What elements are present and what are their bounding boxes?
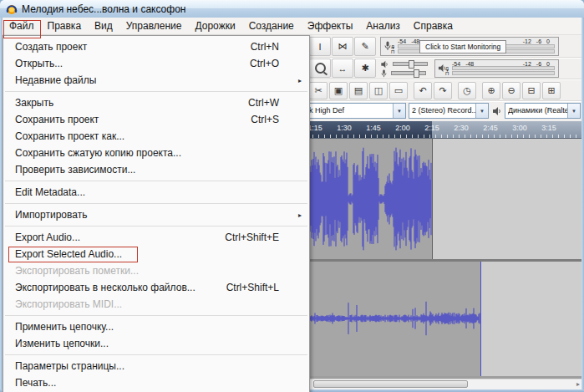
menu-item-open[interactable]: Открыть...Ctrl+O: [3, 55, 309, 72]
dropdown-arrow-icon[interactable]: ▼: [567, 104, 580, 118]
sync-lock-button[interactable]: ◷: [458, 82, 476, 99]
menu-item-save-project[interactable]: Сохранить проектCtrl+S: [3, 111, 309, 128]
time-label: 1:45: [366, 124, 381, 132]
start-monitoring-button[interactable]: Click to Start Monitoring: [419, 40, 506, 53]
output-volume-slider[interactable]: [393, 62, 428, 66]
menu-separator: [3, 223, 309, 229]
selection-tool-icon: I: [318, 42, 321, 52]
menu-item-recent-files[interactable]: Недавние файлы▸: [3, 72, 309, 89]
menu-item-label: Edit Metadata...: [15, 186, 85, 198]
slider-thumb[interactable]: [409, 60, 414, 69]
dropdown-arrow-icon[interactable]: ▼: [393, 104, 405, 118]
audacity-window: Мелодия небес...волна и саксофон Файл Пр…: [0, 0, 584, 392]
time-shift-tool-button[interactable]: ↔: [332, 59, 353, 78]
scroll-right-icon[interactable]: ▸: [576, 379, 580, 389]
audacity-logo-icon: [6, 3, 18, 15]
recording-meter[interactable]: ▼ -54 -48 -12 -6 0 Л П Click to Start Mo…: [380, 37, 559, 56]
file-menu: Создать проектCtrl+N Открыть...Ctrl+O Не…: [3, 35, 310, 392]
fit-project-icon: ⊞: [547, 85, 555, 96]
menu-item-export-multiple[interactable]: Экспортировать в несколько файлов...Ctrl…: [3, 279, 309, 296]
zoom-tool-icon: [315, 63, 326, 74]
menu-item-shortcut: Ctrl+O: [250, 58, 279, 69]
window-title: Мелодия небес...волна и саксофон: [22, 3, 185, 15]
draw-tool-button[interactable]: ✎: [354, 37, 376, 56]
redo-button[interactable]: ↷: [434, 82, 452, 99]
menu-item-page-setup[interactable]: Параметры страницы...: [3, 358, 309, 374]
menu-view[interactable]: Вид: [88, 18, 119, 34]
menu-help[interactable]: Справка: [407, 18, 460, 34]
menu-generate[interactable]: Создание: [242, 18, 301, 34]
menu-item-new-project[interactable]: Создать проектCtrl+N: [3, 38, 309, 55]
menu-item-shortcut: Ctrl+S: [251, 114, 279, 125]
meter-lane-left: Л: [452, 66, 555, 70]
playback-device-select[interactable]: Динамики (Realtek High Defi ▼: [505, 103, 581, 119]
menu-item-export-selected-audio[interactable]: Export Selected Audio...: [3, 246, 309, 262]
undo-button[interactable]: ↶: [414, 82, 432, 99]
menu-tracks[interactable]: Дорожки: [189, 18, 242, 34]
menu-item-label: Export Selected Audio...: [15, 248, 122, 260]
redo-icon: ↷: [439, 85, 446, 96]
fit-project-button[interactable]: ⊞: [542, 82, 561, 99]
envelope-tool-button[interactable]: ⋈: [332, 37, 353, 56]
undo-icon: ↶: [419, 85, 426, 96]
menu-item-export-midi: Экспортировать MIDI...: [3, 296, 309, 313]
multi-tool-button[interactable]: ✱: [354, 59, 376, 78]
speaker-icon: [492, 106, 502, 116]
menu-item-save-compressed-copy[interactable]: Сохранить сжатую копию проекта...: [3, 145, 309, 161]
microphone-icon: [380, 69, 388, 78]
menu-item-label: Изменить цепочки...: [15, 338, 109, 349]
menu-item-apply-chain[interactable]: Применить цепочку...: [3, 318, 309, 335]
playback-meter[interactable]: ▼ -54 -48 -12 -6 0 Л П: [434, 59, 559, 78]
menu-item-close[interactable]: ЗакрытьCtrl+W: [3, 94, 309, 111]
paste-button[interactable]: ▤: [349, 82, 368, 99]
time-label: 2:00: [395, 124, 410, 132]
menu-item-edit-chains[interactable]: Изменить цепочки...: [3, 335, 309, 352]
zoom-out-button[interactable]: ⊖: [502, 82, 521, 99]
menu-item-import[interactable]: Импортировать▸: [3, 206, 309, 223]
zoom-in-icon: ⊕: [487, 85, 495, 96]
scrollbar-thumb[interactable]: [313, 380, 468, 388]
silence-button[interactable]: ▭: [389, 82, 408, 99]
time-label: 3:00: [512, 124, 527, 132]
menu-item-label: Открыть...: [15, 58, 63, 69]
menu-item-save-project-as[interactable]: Сохранить проект как...: [3, 128, 309, 145]
menu-transport[interactable]: Управление: [119, 18, 189, 34]
fit-selection-button[interactable]: ⊟: [522, 82, 541, 99]
speaker-icon: [380, 60, 389, 69]
menu-item-label: Импортировать: [15, 209, 87, 221]
zoom-in-button[interactable]: ⊕: [482, 82, 500, 99]
selection-tool-button[interactable]: I: [309, 37, 331, 56]
time-label: 2:45: [483, 124, 498, 132]
time-label: 2:15: [424, 124, 439, 132]
menu-item-export-labels: Экспортировать пометки...: [3, 262, 309, 279]
menu-file[interactable]: Файл: [3, 18, 41, 34]
trim-button[interactable]: ◫: [369, 82, 388, 99]
menu-analyze[interactable]: Анализ: [359, 18, 407, 34]
paste-icon: ▤: [354, 85, 363, 96]
menu-item-edit-metadata[interactable]: Edit Metadata...: [3, 184, 309, 201]
menu-item-check-dependencies[interactable]: Проверить зависимости...: [3, 161, 309, 178]
dropdown-arrow-icon[interactable]: ▼: [475, 104, 488, 118]
cut-icon: ✂: [314, 85, 322, 96]
menu-separator: [3, 178, 309, 184]
menu-effects[interactable]: Эффекты: [301, 18, 360, 34]
recording-channels-value: 2 (Stereo) Record...: [412, 106, 475, 115]
channel-right-label: П: [445, 71, 449, 76]
menu-item-print[interactable]: Печать...: [3, 374, 309, 391]
zoom-tool-button[interactable]: [309, 59, 331, 78]
cut-button[interactable]: ✂: [309, 82, 328, 99]
fit-selection-icon: ⊟: [527, 85, 535, 96]
menu-item-label: Export Audio...: [15, 232, 80, 243]
menu-item-export-audio[interactable]: Export Audio...Ctrl+Shift+E: [3, 229, 309, 246]
copy-button[interactable]: ▣: [329, 82, 348, 99]
recording-channels-select[interactable]: 2 (Stereo) Record... ▼: [409, 103, 489, 119]
time-label: 2:30: [454, 124, 469, 132]
envelope-tool-icon: ⋈: [338, 41, 348, 52]
channel-right-label: П: [391, 49, 394, 54]
input-volume-slider[interactable]: [391, 71, 426, 75]
menu-item-label: Создать проект: [15, 41, 87, 53]
submenu-arrow-icon: ▸: [298, 77, 302, 84]
slider-thumb[interactable]: [414, 69, 419, 78]
menu-edit[interactable]: Правка: [41, 18, 89, 34]
menu-item-label: Параметры страницы...: [15, 360, 124, 372]
